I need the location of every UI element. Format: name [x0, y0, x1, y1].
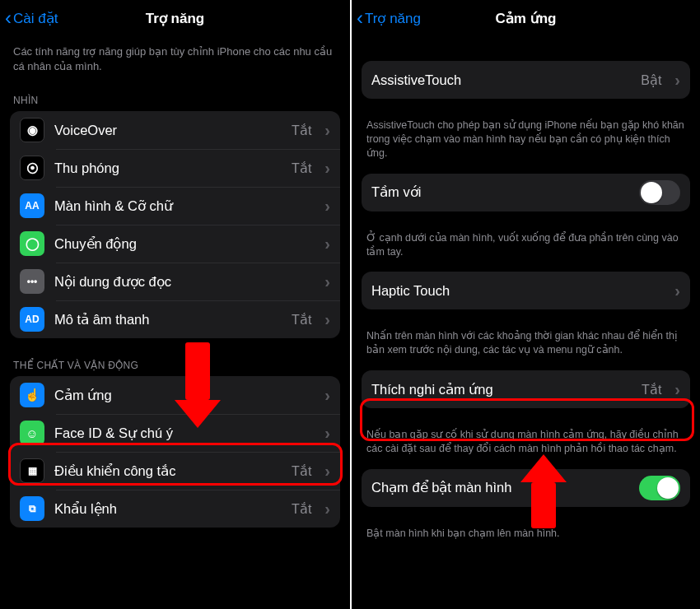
row-label: Thu phóng: [54, 160, 282, 176]
reachability-switch[interactable]: [639, 180, 680, 205]
group-assistivetouch: AssistiveTouch Bật ›: [362, 61, 690, 99]
row-value: Tắt: [292, 463, 311, 479]
section-header-motor: THỂ CHẤT VÀ VẬN ĐỘNG: [0, 353, 350, 376]
footer-haptic: Nhấn trên màn hình với các khoảng thời g…: [352, 324, 700, 370]
right-screenshot: ‹ Trợ năng Cảm ứng AssistiveTouch Bật › …: [350, 0, 700, 609]
footer-reachability: Ở cạnh dưới của màn hình, vuốt xuống để …: [352, 226, 700, 272]
voice-control-icon: ⧉: [20, 496, 44, 521]
group-motor: ☝ Cảm ứng › ☺ Face ID & Sự chú ý › ▦ Điề…: [10, 376, 340, 528]
spoken-content-icon: •••: [20, 269, 44, 294]
row-faceid[interactable]: ☺ Face ID & Sự chú ý ›: [10, 414, 340, 452]
content-scroll: AssistiveTouch Bật › AssistiveTouch cho …: [352, 36, 700, 609]
row-label: Cảm ứng: [54, 388, 311, 403]
row-label: Chuyển động: [54, 236, 311, 252]
row-value: Tắt: [292, 312, 311, 328]
group-tap-to-wake: Chạm để bật màn hình: [362, 469, 690, 507]
row-tap-to-wake[interactable]: Chạm để bật màn hình: [362, 469, 690, 507]
back-label: Cài đặt: [13, 10, 58, 27]
tap-to-wake-switch[interactable]: [639, 476, 680, 500]
left-screenshot: ‹ Cài đặt Trợ năng Các tính năng trợ năn…: [0, 0, 350, 609]
row-value: Tắt: [292, 123, 311, 138]
row-zoom[interactable]: ⦿ Thu phóng Tắt ›: [10, 149, 340, 187]
row-label: Thích nghi cảm ứng: [371, 382, 632, 397]
back-button[interactable]: ‹ Trợ năng: [357, 10, 421, 27]
row-spoken-content[interactable]: ••• Nội dung được đọc ›: [10, 263, 340, 300]
row-label: Chạm để bật màn hình: [371, 480, 629, 495]
audio-desc-icon: AD: [20, 307, 44, 332]
row-touch[interactable]: ☝ Cảm ứng ›: [10, 376, 340, 414]
footer-assistivetouch: AssistiveTouch cho phép bạn sử dụng iPho…: [352, 114, 700, 174]
row-audio-desc[interactable]: AD Mô tả âm thanh Tắt ›: [10, 300, 340, 338]
nav-bar: ‹ Cài đặt Trợ năng: [0, 0, 350, 36]
row-label: Khẩu lệnh: [54, 501, 282, 517]
row-voiceover[interactable]: ◉ VoiceOver Tắt ›: [10, 111, 340, 149]
touch-icon: ☝: [20, 383, 44, 407]
switch-control-icon: ▦: [20, 458, 44, 483]
row-label: Nội dung được đọc: [54, 274, 311, 290]
row-motion[interactable]: ◯ Chuyển động ›: [10, 225, 340, 263]
text-size-icon: AA: [20, 193, 44, 218]
content-scroll: Các tính năng trợ năng giúp bạn tùy chỉn…: [0, 36, 350, 609]
group-reachability: Tầm với: [362, 174, 690, 212]
group-touch-accommodations: Thích nghi cảm ứng Tắt ›: [362, 370, 690, 408]
row-display-text[interactable]: AA Màn hình & Cỡ chữ ›: [10, 187, 340, 225]
row-label: Tầm với: [371, 184, 629, 200]
group-vision: ◉ VoiceOver Tắt › ⦿ Thu phóng Tắt › AA M…: [10, 111, 340, 338]
row-label: Mô tả âm thanh: [54, 312, 282, 328]
back-button[interactable]: ‹ Cài đặt: [5, 10, 58, 27]
back-label: Trợ năng: [365, 10, 421, 27]
row-assistivetouch[interactable]: AssistiveTouch Bật ›: [362, 61, 690, 99]
row-label: Face ID & Sự chú ý: [54, 425, 311, 441]
footer-tap-to-wake: Bật màn hình khi bạn chạm lên màn hình.: [352, 522, 700, 554]
row-label: Haptic Touch: [371, 283, 661, 299]
row-label: Điều khiển công tắc: [54, 463, 282, 479]
row-reachability[interactable]: Tầm với: [362, 174, 690, 212]
row-value: Tắt: [642, 382, 661, 397]
row-touch-accommodations[interactable]: Thích nghi cảm ứng Tắt ›: [362, 370, 690, 408]
voiceover-icon: ◉: [20, 118, 44, 142]
nav-bar: ‹ Trợ năng Cảm ứng: [352, 0, 700, 36]
footer-touch-accommodations: Nếu bạn gặp sự cố khi sử dụng màn hình c…: [352, 423, 700, 469]
group-haptic: Haptic Touch ›: [362, 272, 690, 309]
row-value: Tắt: [292, 501, 311, 517]
row-label: Màn hình & Cỡ chữ: [54, 198, 311, 214]
faceid-icon: ☺: [20, 421, 44, 445]
row-voice-control[interactable]: ⧉ Khẩu lệnh Tắt ›: [10, 490, 340, 528]
row-label: VoiceOver: [54, 123, 282, 138]
row-label: AssistiveTouch: [371, 72, 631, 88]
intro-text: Các tính năng trợ năng giúp bạn tùy chỉn…: [0, 36, 350, 88]
row-value: Bật: [641, 72, 661, 88]
zoom-icon: ⦿: [20, 156, 44, 180]
section-header-vision: NHÌN: [0, 88, 350, 111]
row-switch-control[interactable]: ▦ Điều khiển công tắc Tắt ›: [10, 452, 340, 490]
motion-icon: ◯: [20, 231, 44, 256]
row-haptic-touch[interactable]: Haptic Touch ›: [362, 272, 690, 309]
row-value: Tắt: [292, 160, 311, 176]
